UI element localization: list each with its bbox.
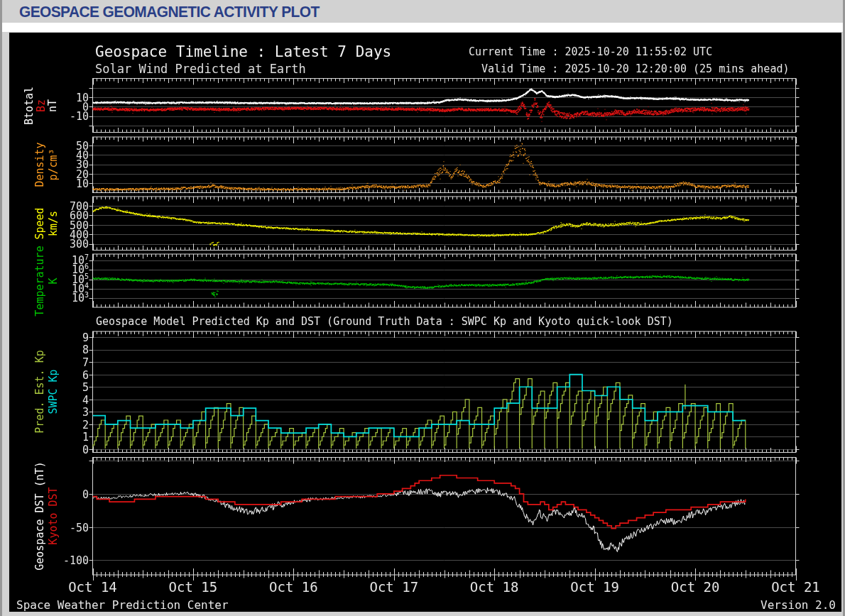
kp-dst-title: Geospace Model Predicted Kp and DST (Gro… bbox=[96, 317, 673, 328]
window-header: GEOSPACE GEOMAGNETIC ACTIVITY PLOT bbox=[2, 0, 843, 23]
current-time-label: Current Time : 2025-10-20 11:55:02 UTC bbox=[469, 47, 712, 58]
axis-name-nt: nT bbox=[46, 99, 59, 111]
footer-version: Version 2.0 bbox=[760, 600, 836, 612]
x-day-label: Oct 16 bbox=[251, 579, 336, 595]
chart-title: Geospace Timeline : Latest 7 Days bbox=[95, 44, 391, 60]
axis-name-p-cm-: p/cm³ bbox=[47, 149, 60, 181]
axis-name-k: K bbox=[47, 277, 60, 284]
y-tick-label: 1 bbox=[9, 431, 89, 444]
x-day-label: Oct 18 bbox=[452, 579, 537, 595]
page-title: GEOSPACE GEOMAGNETIC ACTIVITY PLOT bbox=[19, 3, 320, 21]
axis-name-swpc-kp: SWPC Kp bbox=[47, 370, 60, 414]
header-gap bbox=[2, 23, 843, 32]
y-tick-label: 2 bbox=[9, 419, 89, 431]
axis-name-geospace-dst-nt-: Geospace DST (nT) bbox=[33, 461, 46, 571]
x-day-label: Oct 19 bbox=[552, 579, 638, 595]
y-tick-label: -100 bbox=[9, 554, 89, 567]
x-day-label: Oct 20 bbox=[653, 579, 738, 595]
y-tick-label: -10 bbox=[9, 110, 89, 123]
x-day-label: Oct 21 bbox=[753, 579, 839, 595]
y-tick-label: 9 bbox=[9, 331, 89, 344]
axis-name-pred-est-kp: Pred. Est. Kp bbox=[33, 351, 46, 434]
axis-name-speed: Speed bbox=[33, 207, 46, 239]
page: GEOSPACE GEOMAGNETIC ACTIVITY PLOT Geosp… bbox=[0, 0, 845, 616]
y-tick-label: 7 bbox=[9, 356, 89, 369]
x-day-label: Oct 14 bbox=[50, 579, 136, 595]
x-day-label: Oct 15 bbox=[151, 579, 236, 595]
axis-name-temperature: Temperature bbox=[33, 246, 46, 316]
footer-credit: Space Weather Prediction Center bbox=[16, 600, 229, 612]
axis-name-kyoto-dst: Kyoto DST bbox=[47, 488, 60, 545]
y-tick-label: 0 bbox=[9, 444, 89, 456]
y-tick-label: 300 bbox=[9, 238, 89, 251]
valid-time-label: Valid Time : 2025-10-20 12:20:00 (25 min… bbox=[481, 64, 789, 75]
solar-wind-subtitle: Solar Wind Predicted at Earth bbox=[95, 63, 306, 76]
axis-name-btotal: Btotal bbox=[23, 86, 36, 124]
y-tick-label: 103 bbox=[9, 291, 89, 304]
y-tick-label: 8 bbox=[9, 343, 89, 356]
x-day-label: Oct 17 bbox=[351, 579, 437, 595]
plot-area: Geospace Timeline : Latest 7 Days Curren… bbox=[9, 32, 842, 612]
axis-name-km-s: km/s bbox=[47, 211, 60, 236]
axis-name-density: Density bbox=[33, 143, 46, 187]
